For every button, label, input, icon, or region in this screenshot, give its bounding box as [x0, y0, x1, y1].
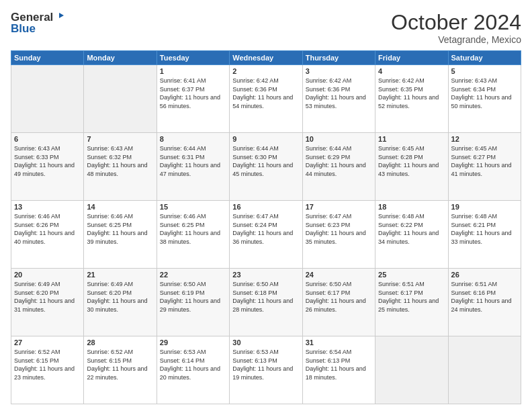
day-number: 9 — [232, 135, 299, 143]
calendar-header-wednesday: Wednesday — [230, 51, 302, 65]
day-number: 15 — [160, 203, 226, 211]
day-number: 31 — [306, 338, 372, 347]
calendar-cell: 16Sunrise: 6:47 AMSunset: 6:24 PMDayligh… — [230, 201, 302, 269]
day-number: 24 — [306, 271, 372, 279]
day-number: 25 — [378, 271, 445, 279]
calendar-cell: 9Sunrise: 6:44 AMSunset: 6:30 PMDaylight… — [230, 133, 302, 201]
day-number: 1 — [160, 67, 226, 75]
calendar-cell: 21Sunrise: 6:49 AMSunset: 6:20 PMDayligh… — [84, 269, 157, 336]
location-title: Vetagrande, Mexico — [391, 34, 521, 45]
calendar-cell: 18Sunrise: 6:48 AMSunset: 6:22 PMDayligh… — [375, 201, 448, 269]
calendar-cell — [11, 65, 84, 133]
calendar-cell: 22Sunrise: 6:50 AMSunset: 6:19 PMDayligh… — [157, 269, 229, 336]
calendar-cell — [84, 65, 157, 133]
calendar-week-row: 13Sunrise: 6:46 AMSunset: 6:26 PMDayligh… — [11, 201, 521, 269]
day-number: 19 — [451, 203, 518, 211]
calendar-header-friday: Friday — [375, 51, 448, 65]
day-info: Sunrise: 6:43 AMSunset: 6:32 PMDaylight:… — [87, 144, 153, 178]
day-info: Sunrise: 6:49 AMSunset: 6:20 PMDaylight:… — [87, 280, 153, 314]
calendar-cell: 28Sunrise: 6:52 AMSunset: 6:15 PMDayligh… — [84, 336, 157, 404]
day-number: 30 — [232, 338, 299, 347]
day-info: Sunrise: 6:43 AMSunset: 6:33 PMDaylight:… — [14, 144, 81, 178]
calendar-cell: 30Sunrise: 6:53 AMSunset: 6:13 PMDayligh… — [230, 336, 302, 404]
day-number: 6 — [14, 135, 81, 143]
day-info: Sunrise: 6:44 AMSunset: 6:31 PMDaylight:… — [160, 144, 226, 178]
calendar-header-saturday: Saturday — [448, 51, 521, 65]
header: General Blue October 2024 Vetagrande, Me… — [11, 11, 521, 45]
day-info: Sunrise: 6:41 AMSunset: 6:37 PMDaylight:… — [160, 77, 226, 110]
day-number: 29 — [160, 338, 226, 347]
calendar-header-tuesday: Tuesday — [157, 51, 229, 65]
day-number: 2 — [232, 67, 299, 75]
calendar-cell: 20Sunrise: 6:49 AMSunset: 6:20 PMDayligh… — [11, 269, 84, 336]
calendar-cell: 1Sunrise: 6:41 AMSunset: 6:37 PMDaylight… — [157, 65, 229, 133]
calendar-week-row: 27Sunrise: 6:52 AMSunset: 6:15 PMDayligh… — [11, 336, 521, 404]
day-info: Sunrise: 6:51 AMSunset: 6:16 PMDaylight:… — [451, 280, 518, 314]
day-info: Sunrise: 6:48 AMSunset: 6:22 PMDaylight:… — [378, 212, 445, 246]
calendar-cell — [448, 336, 521, 404]
day-number: 20 — [14, 271, 81, 279]
day-number: 27 — [14, 338, 81, 347]
calendar-cell — [375, 336, 448, 404]
day-info: Sunrise: 6:43 AMSunset: 6:34 PMDaylight:… — [451, 77, 518, 110]
day-info: Sunrise: 6:47 AMSunset: 6:23 PMDaylight:… — [306, 212, 372, 246]
calendar-cell: 27Sunrise: 6:52 AMSunset: 6:15 PMDayligh… — [11, 336, 84, 404]
day-number: 3 — [306, 67, 372, 75]
calendar-cell: 25Sunrise: 6:51 AMSunset: 6:17 PMDayligh… — [375, 269, 448, 336]
calendar-cell: 4Sunrise: 6:42 AMSunset: 6:35 PMDaylight… — [375, 65, 448, 133]
day-info: Sunrise: 6:52 AMSunset: 6:15 PMDaylight:… — [87, 348, 153, 381]
day-number: 16 — [232, 203, 299, 211]
calendar-cell: 17Sunrise: 6:47 AMSunset: 6:23 PMDayligh… — [302, 201, 375, 269]
logo-flag-icon — [54, 11, 64, 22]
calendar-cell: 10Sunrise: 6:44 AMSunset: 6:29 PMDayligh… — [302, 133, 375, 201]
calendar-cell: 11Sunrise: 6:45 AMSunset: 6:28 PMDayligh… — [375, 133, 448, 201]
day-number: 26 — [451, 271, 518, 279]
day-info: Sunrise: 6:52 AMSunset: 6:15 PMDaylight:… — [14, 348, 81, 381]
calendar-cell: 5Sunrise: 6:43 AMSunset: 6:34 PMDaylight… — [448, 65, 521, 133]
day-info: Sunrise: 6:42 AMSunset: 6:36 PMDaylight:… — [232, 77, 299, 110]
day-info: Sunrise: 6:45 AMSunset: 6:28 PMDaylight:… — [378, 144, 445, 178]
calendar-cell: 12Sunrise: 6:45 AMSunset: 6:27 PMDayligh… — [448, 133, 521, 201]
day-info: Sunrise: 6:50 AMSunset: 6:18 PMDaylight:… — [232, 280, 299, 314]
logo-blue: Blue — [11, 22, 36, 36]
calendar-week-row: 1Sunrise: 6:41 AMSunset: 6:37 PMDaylight… — [11, 65, 521, 133]
calendar-header-sunday: Sunday — [11, 51, 84, 65]
day-number: 17 — [306, 203, 372, 211]
calendar-cell: 14Sunrise: 6:46 AMSunset: 6:25 PMDayligh… — [84, 201, 157, 269]
day-number: 28 — [87, 338, 153, 347]
calendar-cell: 3Sunrise: 6:42 AMSunset: 6:36 PMDaylight… — [302, 65, 375, 133]
day-info: Sunrise: 6:45 AMSunset: 6:27 PMDaylight:… — [451, 144, 518, 178]
day-number: 5 — [451, 67, 518, 75]
calendar-cell: 13Sunrise: 6:46 AMSunset: 6:26 PMDayligh… — [11, 201, 84, 269]
day-info: Sunrise: 6:42 AMSunset: 6:36 PMDaylight:… — [306, 77, 372, 110]
day-number: 22 — [160, 271, 226, 279]
day-number: 12 — [451, 135, 518, 143]
month-title: October 2024 — [391, 11, 521, 34]
day-number: 21 — [87, 271, 153, 279]
day-info: Sunrise: 6:44 AMSunset: 6:29 PMDaylight:… — [306, 144, 372, 178]
calendar-cell: 15Sunrise: 6:46 AMSunset: 6:25 PMDayligh… — [157, 201, 229, 269]
calendar-cell: 19Sunrise: 6:48 AMSunset: 6:21 PMDayligh… — [448, 201, 521, 269]
day-info: Sunrise: 6:53 AMSunset: 6:13 PMDaylight:… — [232, 348, 299, 381]
calendar-cell: 2Sunrise: 6:42 AMSunset: 6:36 PMDaylight… — [230, 65, 302, 133]
day-info: Sunrise: 6:46 AMSunset: 6:26 PMDaylight:… — [14, 212, 81, 246]
day-number: 7 — [87, 135, 153, 143]
day-number: 10 — [306, 135, 372, 143]
day-number: 14 — [87, 203, 153, 211]
day-info: Sunrise: 6:54 AMSunset: 6:13 PMDaylight:… — [306, 348, 372, 381]
calendar-cell: 6Sunrise: 6:43 AMSunset: 6:33 PMDaylight… — [11, 133, 84, 201]
day-number: 4 — [378, 67, 445, 75]
calendar-cell: 7Sunrise: 6:43 AMSunset: 6:32 PMDaylight… — [84, 133, 157, 201]
page: General Blue October 2024 Vetagrande, Me… — [0, 0, 532, 411]
calendar-cell: 29Sunrise: 6:53 AMSunset: 6:14 PMDayligh… — [157, 336, 229, 404]
day-number: 11 — [378, 135, 445, 143]
calendar-header-monday: Monday — [84, 51, 157, 65]
day-info: Sunrise: 6:51 AMSunset: 6:17 PMDaylight:… — [378, 280, 445, 314]
calendar-cell: 23Sunrise: 6:50 AMSunset: 6:18 PMDayligh… — [230, 269, 302, 336]
day-number: 8 — [160, 135, 226, 143]
day-number: 18 — [378, 203, 445, 211]
calendar-table: SundayMondayTuesdayWednesdayThursdayFrid… — [11, 50, 521, 404]
title-section: October 2024 Vetagrande, Mexico — [391, 11, 521, 45]
logo: General Blue — [11, 11, 64, 36]
day-info: Sunrise: 6:50 AMSunset: 6:19 PMDaylight:… — [160, 280, 226, 314]
